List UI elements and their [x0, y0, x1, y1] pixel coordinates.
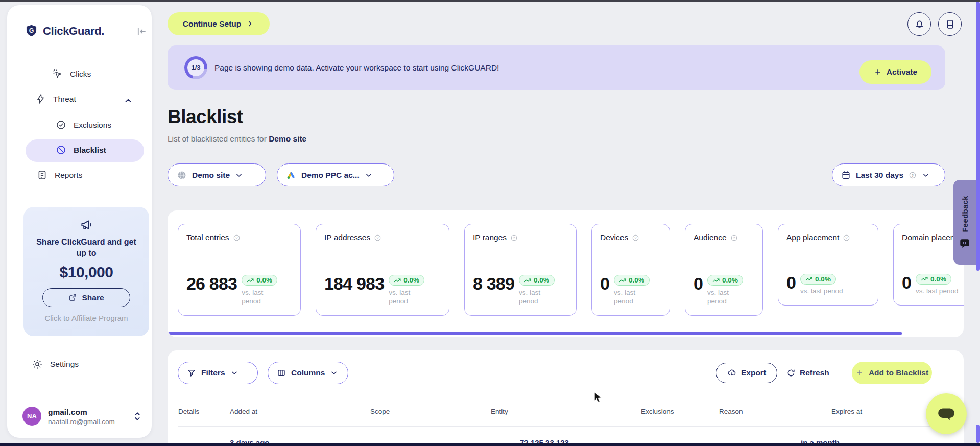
svg-text:?: ? [513, 236, 515, 240]
stat-card-devices: Devices ? 0 0.0% vs. last period [591, 224, 670, 316]
stat-delta: 0.0% [403, 276, 419, 284]
stat-vs-label: vs. last period [707, 288, 744, 306]
activate-button[interactable]: Activate [859, 60, 931, 84]
avatar: NA [22, 407, 41, 426]
stat-vs-label: vs. last period [242, 288, 278, 306]
sidebar-item-reports[interactable]: Reports [37, 170, 82, 180]
activate-label: Activate [887, 67, 917, 77]
account-switcher[interactable] [133, 411, 142, 422]
help-icon[interactable]: ? [233, 234, 241, 242]
help-icon[interactable]: ? [909, 171, 917, 179]
page-title: Blacklist [168, 106, 243, 128]
chevron-down-icon [330, 369, 338, 377]
help-icon[interactable]: ? [730, 234, 738, 242]
stat-delta: 0.0% [256, 276, 272, 284]
workspace-name: gmail.com [48, 408, 87, 417]
add-to-blacklist-label: Add to Blacklist [869, 368, 928, 378]
sidebar-item-blacklist[interactable]: Blacklist [56, 145, 106, 155]
trending-up-icon [619, 277, 626, 284]
column-header-reason: Reason [719, 408, 743, 415]
chat-bubble-icon [936, 403, 957, 425]
help-icon[interactable]: ? [374, 234, 381, 242]
affiliate-program-link[interactable]: Click to Affiliate Program [44, 314, 128, 322]
chevron-down-icon [235, 171, 243, 179]
help-icon[interactable]: ? [843, 234, 850, 242]
svg-text:?: ? [377, 236, 379, 240]
sidebar-item-exclusions[interactable]: Exclusions [56, 120, 111, 130]
stat-delta: 0.0% [722, 276, 738, 284]
stat-value: 0 [786, 274, 796, 291]
stat-label: IP ranges [473, 233, 507, 242]
promo-text: Share ClickGuard and get up to [33, 237, 140, 259]
help-icon[interactable]: ? [632, 234, 639, 242]
site-selector[interactable]: Demo site [168, 163, 266, 186]
export-button[interactable]: Export [716, 363, 777, 383]
vertical-scrollbar-thumb[interactable] [976, 2, 980, 271]
app-logo: G ClickGuard. [25, 24, 104, 38]
svg-text:?: ? [912, 173, 914, 177]
date-range-value: Last 30 days [856, 171, 903, 180]
vertical-scrollbar-segment[interactable] [976, 425, 980, 443]
shield-logo-icon: G [25, 24, 38, 38]
stat-vs-label: vs. last period [800, 287, 843, 296]
notifications-button[interactable] [907, 12, 931, 36]
columns-label: Columns [291, 368, 325, 378]
svg-text:?: ? [635, 236, 637, 240]
stat-delta: 0.0% [930, 275, 946, 283]
stat-vs-label: vs. last period [916, 287, 958, 296]
continue-setup-button[interactable]: Continue Setup [168, 12, 270, 35]
ppc-account-selector[interactable]: Demo PPC ac... [277, 163, 394, 186]
cursor-click-icon [52, 68, 63, 79]
setup-progress-ring: 1/3 [184, 56, 207, 79]
sidebar-item-label: Blacklist [74, 146, 106, 155]
ppc-account-value: Demo PPC ac... [301, 171, 360, 180]
help-icon[interactable]: ? [510, 234, 518, 242]
stat-vs-label: vs. last period [389, 288, 425, 306]
cloud-download-icon [727, 368, 736, 378]
stats-panel: Total entries ? 26 883 0.0% vs. last per… [168, 210, 964, 337]
svg-text:?: ? [733, 236, 735, 240]
column-header-exclusions: Exclusions [641, 408, 674, 415]
stat-delta: 0.0% [629, 276, 644, 284]
stat-value: 8 389 [473, 275, 514, 292]
stat-delta: 0.0% [815, 275, 831, 283]
sidebar-item-settings[interactable]: Settings [32, 359, 79, 370]
horizontal-scrollbar-thumb[interactable] [168, 332, 902, 335]
trending-up-icon [247, 277, 254, 284]
chat-widget-button[interactable] [926, 393, 967, 434]
sidebar-item-clicks[interactable]: Clicks [52, 68, 91, 79]
sidebar-item-threat[interactable]: Threat [35, 93, 76, 104]
continue-setup-label: Continue Setup [183, 19, 242, 29]
calendar-icon [841, 170, 851, 180]
stat-value: 0 [902, 274, 911, 291]
columns-button[interactable]: Columns [268, 362, 348, 384]
promo-amount: $10,000 [60, 264, 113, 281]
setup-progress-step: 1/3 [187, 59, 204, 76]
date-range-selector[interactable]: Last 30 days ? [832, 163, 945, 186]
plus-icon [855, 369, 864, 377]
feedback-tab[interactable]: Feedback [953, 180, 976, 265]
chevron-down-icon [922, 171, 930, 179]
app-logo-text: ClickGuard. [43, 25, 104, 38]
chevron-down-icon [365, 171, 373, 179]
add-to-blacklist-button[interactable]: Add to Blacklist [852, 362, 932, 384]
sidebar-collapse-button[interactable] [136, 26, 148, 37]
filters-button[interactable]: Filters [178, 362, 258, 384]
book-icon [945, 19, 955, 30]
stat-label: App placement [786, 233, 839, 242]
sidebar: G ClickGuard. Clicks Threat Exclusions [7, 5, 152, 438]
docs-button[interactable] [938, 12, 962, 36]
trending-up-icon [712, 277, 720, 284]
refresh-button[interactable]: Refresh [786, 363, 829, 383]
chevron-up-down-icon [133, 411, 142, 422]
stat-value: 26 883 [186, 275, 237, 292]
share-button[interactable]: Share [42, 288, 130, 307]
threat-collapse-chevron[interactable] [124, 96, 133, 105]
sidebar-item-label: Clicks [70, 69, 91, 79]
affiliate-promo-card[interactable]: Share ClickGuard and get up to $10,000 S… [23, 207, 149, 336]
funnel-icon [187, 368, 196, 378]
stat-label: Total entries [186, 233, 229, 242]
table-panel: Filters Columns Export Refresh Add to Bl… [168, 350, 964, 446]
stat-value: 184 983 [324, 275, 384, 292]
banner-message: Page is showing demo data. Activate your… [214, 63, 499, 73]
